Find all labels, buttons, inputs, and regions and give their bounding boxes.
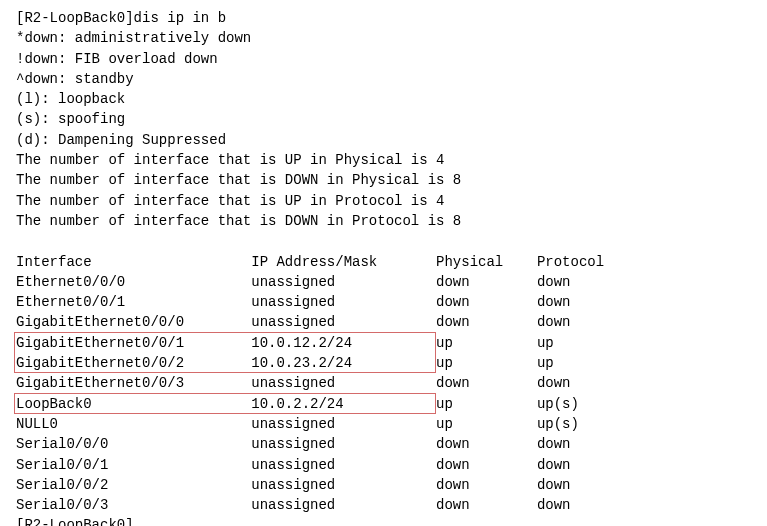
cell-protocol: up(s) — [537, 394, 638, 414]
cell-interface: Serial0/0/1 — [16, 455, 251, 475]
cell-physical: down — [436, 434, 537, 454]
table-row: GigabitEthernet0/0/1 10.0.12.2/24 up up — [16, 333, 751, 353]
legend-line: (s): spoofing — [16, 109, 751, 129]
cell-protocol: down — [537, 292, 638, 312]
count-line: The number of interface that is DOWN in … — [16, 211, 751, 231]
cell-ip: unassigned — [251, 373, 436, 393]
cell-interface: LoopBack0 — [16, 394, 251, 414]
cell-interface: GigabitEthernet0/0/0 — [16, 312, 251, 332]
legend-line: (d): Dampening Suppressed — [16, 130, 751, 150]
cell-interface: NULL0 — [16, 414, 251, 434]
cell-protocol: down — [537, 434, 638, 454]
table-header-row: Interface IP Address/Mask Physical Proto… — [16, 252, 751, 272]
cell-protocol: down — [537, 272, 638, 292]
count-line: The number of interface that is UP in Pr… — [16, 191, 751, 211]
cell-protocol: up — [537, 333, 638, 353]
cell-ip: 10.0.12.2/24 — [251, 333, 436, 353]
table-row: Serial0/0/3 unassigned down down — [16, 495, 751, 515]
interface-table: Interface IP Address/Mask Physical Proto… — [16, 252, 751, 516]
cell-physical: down — [436, 373, 537, 393]
legend-line: *down: administratively down — [16, 28, 751, 48]
prompt-command-line: [R2-LoopBack0]dis ip in b — [16, 8, 751, 28]
cell-protocol: up(s) — [537, 414, 638, 434]
table-row: Ethernet0/0/1 unassigned down down — [16, 292, 751, 312]
col-header-ip: IP Address/Mask — [251, 252, 436, 272]
cell-physical: down — [436, 475, 537, 495]
cell-interface: GigabitEthernet0/0/2 — [16, 353, 251, 373]
cell-physical: down — [436, 272, 537, 292]
cell-physical: up — [436, 353, 537, 373]
prompt-line: [R2-LoopBack0] — [16, 515, 751, 526]
cell-interface: Serial0/0/3 — [16, 495, 251, 515]
col-header-physical: Physical — [436, 252, 537, 272]
cell-physical: down — [436, 292, 537, 312]
cell-protocol: down — [537, 312, 638, 332]
cell-physical: up — [436, 414, 537, 434]
cell-interface: Ethernet0/0/1 — [16, 292, 251, 312]
table-row: Serial0/0/1 unassigned down down — [16, 455, 751, 475]
count-line: The number of interface that is UP in Ph… — [16, 150, 751, 170]
table-row: Serial0/0/2 unassigned down down — [16, 475, 751, 495]
cell-physical: down — [436, 495, 537, 515]
cell-ip: 10.0.23.2/24 — [251, 353, 436, 373]
cell-ip: unassigned — [251, 434, 436, 454]
cell-ip: unassigned — [251, 292, 436, 312]
cell-interface: Serial0/0/2 — [16, 475, 251, 495]
col-header-protocol: Protocol — [537, 252, 638, 272]
table-row: NULL0 unassigned up up(s) — [16, 414, 751, 434]
table-row: GigabitEthernet0/0/0 unassigned down dow… — [16, 312, 751, 332]
cell-physical: up — [436, 333, 537, 353]
cell-protocol: down — [537, 475, 638, 495]
legend-line: ^down: standby — [16, 69, 751, 89]
cell-interface: GigabitEthernet0/0/3 — [16, 373, 251, 393]
cell-ip: unassigned — [251, 495, 436, 515]
cell-ip: unassigned — [251, 272, 436, 292]
table-row: Serial0/0/0 unassigned down down — [16, 434, 751, 454]
table-row: GigabitEthernet0/0/2 10.0.23.2/24 up up — [16, 353, 751, 373]
cell-interface: Ethernet0/0/0 — [16, 272, 251, 292]
cell-ip: unassigned — [251, 455, 436, 475]
cell-interface: GigabitEthernet0/0/1 — [16, 333, 251, 353]
legend-line: (l): loopback — [16, 89, 751, 109]
cell-physical: down — [436, 312, 537, 332]
table-row: LoopBack0 10.0.2.2/24 up up(s) — [16, 394, 751, 414]
cell-protocol: down — [537, 455, 638, 475]
cell-protocol: down — [537, 373, 638, 393]
table-row: Ethernet0/0/0 unassigned down down — [16, 272, 751, 292]
cell-protocol: up — [537, 353, 638, 373]
count-line: The number of interface that is DOWN in … — [16, 170, 751, 190]
cell-protocol: down — [537, 495, 638, 515]
cell-ip: unassigned — [251, 312, 436, 332]
table-row: GigabitEthernet0/0/3 unassigned down dow… — [16, 373, 751, 393]
cell-ip: 10.0.2.2/24 — [251, 394, 436, 414]
cell-physical: up — [436, 394, 537, 414]
legend-line: !down: FIB overload down — [16, 49, 751, 69]
cell-physical: down — [436, 455, 537, 475]
col-header-interface: Interface — [16, 252, 251, 272]
cell-ip: unassigned — [251, 414, 436, 434]
cell-ip: unassigned — [251, 475, 436, 495]
cell-interface: Serial0/0/0 — [16, 434, 251, 454]
